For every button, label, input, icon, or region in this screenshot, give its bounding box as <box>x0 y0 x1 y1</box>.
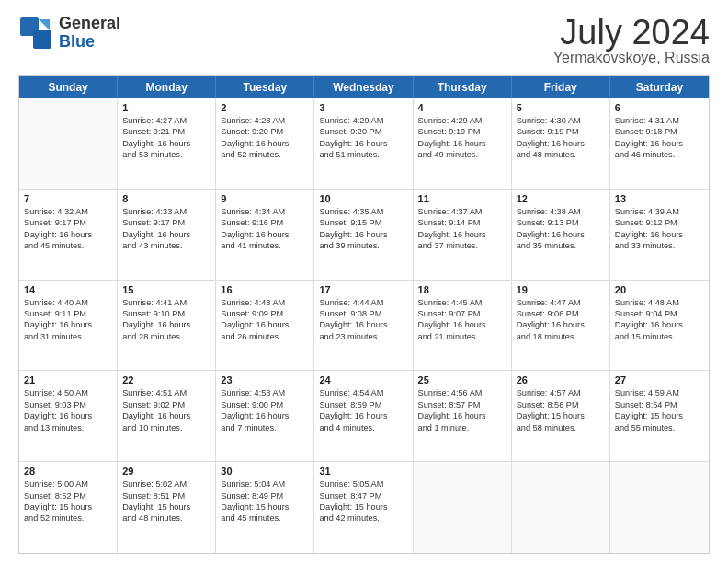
day-number: 17 <box>319 284 407 295</box>
sunset-text: Sunset: 9:12 PM <box>615 217 704 228</box>
daylight-text: Daylight: 15 hours <box>221 501 309 512</box>
daylight-minutes: and 31 minutes. <box>24 331 112 342</box>
calendar-cell: 3 Sunrise: 4:29 AM Sunset: 9:20 PM Dayli… <box>314 98 413 189</box>
daylight-text: Daylight: 16 hours <box>122 319 210 330</box>
day-number: 23 <box>221 374 309 385</box>
sunrise-text: Sunrise: 5:05 AM <box>319 478 407 489</box>
sunrise-text: Sunrise: 4:57 AM <box>517 387 605 398</box>
header-friday: Friday <box>512 76 610 98</box>
daylight-minutes: and 58 minutes. <box>517 422 605 433</box>
day-number: 29 <box>122 465 210 477</box>
calendar-cell: 8 Sunrise: 4:33 AM Sunset: 9:17 PM Dayli… <box>118 190 216 280</box>
header-sunday: Sunday <box>19 76 118 98</box>
calendar-cell: 20 Sunrise: 4:48 AM Sunset: 9:04 PM Dayl… <box>610 281 709 371</box>
daylight-minutes: and 52 minutes. <box>24 512 112 523</box>
daylight-text: Daylight: 16 hours <box>221 229 309 240</box>
day-number: 21 <box>24 374 112 385</box>
calendar-cell: 15 Sunrise: 4:41 AM Sunset: 9:10 PM Dayl… <box>118 281 216 371</box>
sunset-text: Sunset: 9:14 PM <box>418 217 506 228</box>
sunset-text: Sunset: 9:19 PM <box>517 126 605 137</box>
calendar-cell: 29 Sunrise: 5:02 AM Sunset: 8:51 PM Dayl… <box>118 462 216 553</box>
calendar-cell: 14 Sunrise: 4:40 AM Sunset: 9:11 PM Dayl… <box>19 281 118 371</box>
sunrise-text: Sunrise: 4:35 AM <box>319 206 407 217</box>
day-number: 16 <box>221 284 309 295</box>
calendar-cell: 21 Sunrise: 4:50 AM Sunset: 9:03 PM Dayl… <box>19 371 118 461</box>
sunset-text: Sunset: 9:20 PM <box>319 126 407 137</box>
daylight-minutes: and 23 minutes. <box>319 331 407 342</box>
calendar-cell: 1 Sunrise: 4:27 AM Sunset: 9:21 PM Dayli… <box>118 98 216 189</box>
logo: General Blue <box>18 15 120 52</box>
sunset-text: Sunset: 9:11 PM <box>24 308 112 319</box>
day-number: 12 <box>517 193 605 204</box>
sunset-text: Sunset: 9:17 PM <box>122 217 210 228</box>
daylight-minutes: and 43 minutes. <box>122 240 210 251</box>
sunset-text: Sunset: 9:16 PM <box>221 217 309 228</box>
day-number: 19 <box>517 284 605 295</box>
calendar-header: Sunday Monday Tuesday Wednesday Thursday… <box>19 76 709 98</box>
sunset-text: Sunset: 9:07 PM <box>418 308 506 319</box>
daylight-text: Daylight: 15 hours <box>24 501 112 512</box>
day-number: 9 <box>221 193 309 204</box>
calendar-cell: 4 Sunrise: 4:29 AM Sunset: 9:19 PM Dayli… <box>414 98 512 189</box>
logo-general: General <box>59 14 120 32</box>
sunrise-text: Sunrise: 4:31 AM <box>615 115 704 126</box>
sunset-text: Sunset: 9:00 PM <box>221 399 309 410</box>
sunset-text: Sunset: 8:57 PM <box>418 399 506 410</box>
sunrise-text: Sunrise: 4:50 AM <box>24 387 112 398</box>
sunrise-text: Sunrise: 5:02 AM <box>122 478 210 489</box>
sunrise-text: Sunrise: 4:28 AM <box>221 115 309 126</box>
sunrise-text: Sunrise: 4:44 AM <box>319 297 407 308</box>
calendar-cell: 12 Sunrise: 4:38 AM Sunset: 9:13 PM Dayl… <box>512 190 610 280</box>
month-title: July 2024 <box>553 15 710 50</box>
sunset-text: Sunset: 9:20 PM <box>221 126 309 137</box>
daylight-minutes: and 13 minutes. <box>24 422 112 433</box>
sunset-text: Sunset: 9:18 PM <box>615 126 704 137</box>
daylight-minutes: and 26 minutes. <box>221 331 309 342</box>
daylight-text: Daylight: 16 hours <box>319 319 407 330</box>
day-number: 25 <box>418 374 506 385</box>
calendar-cell: 16 Sunrise: 4:43 AM Sunset: 9:09 PM Dayl… <box>216 281 314 371</box>
daylight-text: Daylight: 16 hours <box>615 138 704 149</box>
sunset-text: Sunset: 9:06 PM <box>517 308 605 319</box>
daylight-minutes: and 48 minutes. <box>517 149 605 160</box>
svg-rect-2 <box>33 30 51 49</box>
sunrise-text: Sunrise: 4:56 AM <box>418 387 506 398</box>
day-number: 6 <box>615 102 704 113</box>
day-number: 15 <box>122 284 210 295</box>
sunrise-text: Sunrise: 5:04 AM <box>221 478 309 489</box>
calendar-cell <box>19 98 118 189</box>
day-number: 20 <box>615 284 704 295</box>
day-number: 13 <box>615 193 704 204</box>
daylight-minutes: and 49 minutes. <box>418 149 506 160</box>
day-number: 5 <box>517 102 605 113</box>
header-thursday: Thursday <box>414 76 512 98</box>
sunrise-text: Sunrise: 4:54 AM <box>319 387 407 398</box>
sunrise-text: Sunrise: 4:41 AM <box>122 297 210 308</box>
header-wednesday: Wednesday <box>314 76 413 98</box>
daylight-text: Daylight: 15 hours <box>615 410 704 421</box>
calendar-cell <box>414 462 512 553</box>
title-block: July 2024 Yermakovskoye, Russia <box>553 15 710 66</box>
daylight-minutes: and 39 minutes. <box>319 240 407 251</box>
logo-text: General Blue <box>59 15 120 52</box>
calendar-cell: 9 Sunrise: 4:34 AM Sunset: 9:16 PM Dayli… <box>216 190 314 280</box>
sunset-text: Sunset: 9:10 PM <box>122 308 210 319</box>
daylight-text: Daylight: 16 hours <box>122 410 210 421</box>
header-saturday: Saturday <box>610 76 709 98</box>
daylight-minutes: and 7 minutes. <box>221 422 309 433</box>
sunrise-text: Sunrise: 4:51 AM <box>122 387 210 398</box>
sunrise-text: Sunrise: 4:47 AM <box>517 297 605 308</box>
sunrise-text: Sunrise: 4:32 AM <box>24 206 112 217</box>
sunrise-text: Sunrise: 4:38 AM <box>517 206 605 217</box>
day-number: 27 <box>615 374 704 385</box>
daylight-text: Daylight: 16 hours <box>517 319 605 330</box>
daylight-text: Daylight: 16 hours <box>122 138 210 149</box>
calendar-cell: 18 Sunrise: 4:45 AM Sunset: 9:07 PM Dayl… <box>414 281 512 371</box>
sunset-text: Sunset: 9:04 PM <box>615 308 704 319</box>
calendar-cell: 24 Sunrise: 4:54 AM Sunset: 8:59 PM Dayl… <box>314 371 413 461</box>
daylight-text: Daylight: 16 hours <box>418 410 506 421</box>
calendar-body: 1 Sunrise: 4:27 AM Sunset: 9:21 PM Dayli… <box>19 98 709 553</box>
calendar-cell: 23 Sunrise: 4:53 AM Sunset: 9:00 PM Dayl… <box>216 371 314 461</box>
page: General Blue July 2024 Yermakovskoye, Ru… <box>0 0 728 563</box>
sunrise-text: Sunrise: 4:48 AM <box>615 297 704 308</box>
